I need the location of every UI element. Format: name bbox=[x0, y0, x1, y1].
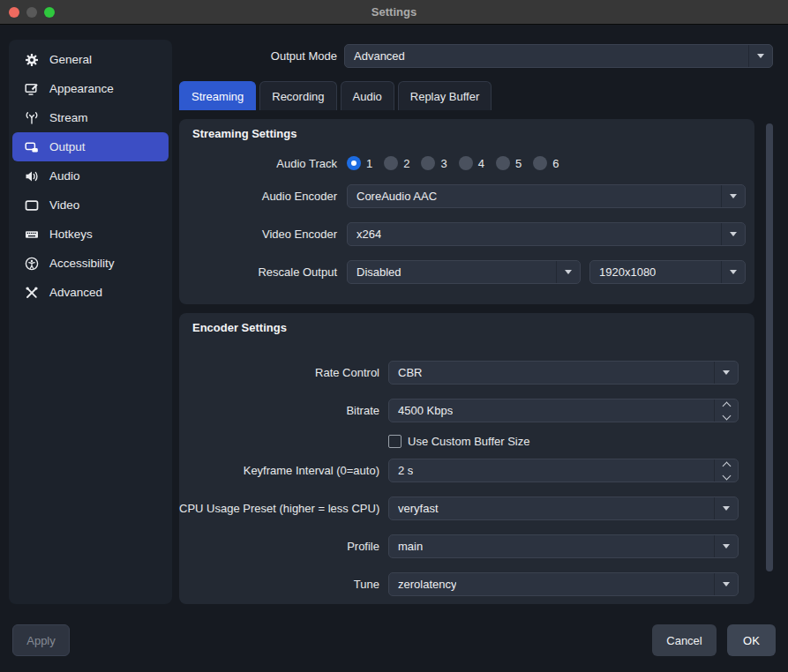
sidebar-item-general[interactable]: General bbox=[9, 45, 172, 74]
rescale-output-row: Rescale Output Disabled 1920x1080 bbox=[179, 260, 746, 284]
screen-share-icon bbox=[25, 140, 39, 154]
chevron-down-icon bbox=[714, 573, 738, 595]
zoom-button[interactable] bbox=[44, 7, 55, 18]
bitrate-row: Bitrate 4500 Kbps bbox=[179, 399, 739, 422]
tune-select[interactable]: zerolatency bbox=[388, 572, 739, 596]
combo-value: 1920x1080 bbox=[599, 265, 656, 279]
radio-icon bbox=[533, 156, 547, 170]
profile-row: Profile main bbox=[179, 534, 739, 558]
rate-control-select[interactable]: CBR bbox=[388, 361, 739, 385]
display-edit-icon bbox=[25, 82, 39, 96]
output-mode-row: Output Mode Advanced bbox=[179, 44, 773, 68]
output-mode-select[interactable]: Advanced bbox=[344, 44, 773, 68]
combo-value: CBR bbox=[398, 366, 422, 379]
sidebar-item-appearance[interactable]: Appearance bbox=[9, 74, 172, 103]
apply-button[interactable]: Apply bbox=[12, 624, 70, 656]
sidebar-item-output[interactable]: Output bbox=[12, 132, 169, 161]
radio-label: 6 bbox=[552, 157, 559, 170]
sidebar-item-label: Accessibility bbox=[49, 257, 115, 270]
combo-value: Advanced bbox=[354, 49, 405, 63]
sidebar-item-audio[interactable]: Audio bbox=[9, 161, 172, 190]
ok-button[interactable]: OK bbox=[727, 624, 776, 656]
audio-track-option-2[interactable]: 2 bbox=[384, 156, 409, 170]
rescale-resolution-select[interactable]: 1920x1080 bbox=[589, 260, 746, 284]
sidebar-item-label: General bbox=[49, 53, 92, 66]
radio-label: 4 bbox=[478, 157, 484, 170]
keyframe-interval-input[interactable]: 2 s bbox=[388, 459, 739, 482]
rescale-output-select[interactable]: Disabled bbox=[347, 260, 581, 284]
rate-control-row: Rate Control CBR bbox=[179, 361, 739, 385]
titlebar: Settings bbox=[0, 0, 788, 25]
bitrate-input[interactable]: 4500 Kbps bbox=[388, 399, 739, 422]
radio-icon bbox=[384, 156, 398, 170]
sidebar-item-video[interactable]: Video bbox=[9, 190, 172, 220]
cpu-preset-row: CPU Usage Preset (higher = less CPU) ver… bbox=[179, 497, 739, 520]
tab-audio[interactable]: Audio bbox=[341, 81, 394, 110]
keyframe-interval-label: Keyframe Interval (0=auto) bbox=[179, 464, 379, 477]
video-encoder-row: Video Encoder x264 bbox=[179, 222, 746, 246]
radio-label: 1 bbox=[366, 157, 372, 170]
audio-track-option-6[interactable]: 6 bbox=[533, 156, 559, 170]
sidebar-item-stream[interactable]: Stream bbox=[9, 103, 172, 132]
spinbox-value: 2 s bbox=[398, 464, 413, 477]
chevron-down-icon bbox=[721, 223, 745, 245]
traffic-lights bbox=[9, 0, 55, 24]
keyframe-interval-row: Keyframe Interval (0=auto) 2 s bbox=[179, 459, 739, 482]
streaming-settings-panel: Streaming Settings Audio Track 1 2 3 4 5… bbox=[179, 119, 754, 304]
sidebar-item-advanced[interactable]: Advanced bbox=[9, 278, 172, 307]
rate-control-label: Rate Control bbox=[179, 366, 379, 379]
chevron-down-icon bbox=[721, 185, 745, 207]
minimize-button bbox=[26, 7, 37, 18]
close-button[interactable] bbox=[9, 7, 19, 18]
video-encoder-select[interactable]: x264 bbox=[347, 222, 746, 246]
tab-replay-buffer[interactable]: Replay Buffer bbox=[398, 81, 492, 110]
combo-value: veryfast bbox=[398, 502, 439, 515]
sidebar-item-label: Advanced bbox=[49, 286, 102, 299]
chevron-down-icon bbox=[722, 411, 731, 420]
tab-recording[interactable]: Recording bbox=[259, 81, 336, 110]
cpu-preset-select[interactable]: veryfast bbox=[388, 497, 739, 520]
audio-track-row: Audio Track 1 2 3 4 5 6 bbox=[179, 151, 570, 175]
window-title: Settings bbox=[0, 5, 788, 19]
tools-icon bbox=[25, 286, 39, 300]
combo-value: zerolatency bbox=[398, 578, 456, 591]
combo-value: main bbox=[398, 540, 423, 553]
spinner-buttons[interactable] bbox=[714, 459, 738, 482]
audio-track-label: Audio Track bbox=[179, 157, 337, 170]
chevron-down-icon bbox=[722, 471, 731, 480]
sidebar-item-accessibility[interactable]: Accessibility bbox=[9, 249, 172, 278]
antenna-icon bbox=[25, 111, 39, 125]
rescale-output-label: Rescale Output bbox=[179, 265, 337, 279]
spinbox-value: 4500 Kbps bbox=[398, 404, 453, 417]
sidebar-item-label: Output bbox=[49, 140, 86, 153]
video-encoder-label: Video Encoder bbox=[179, 228, 337, 241]
profile-select[interactable]: main bbox=[388, 534, 739, 558]
gear-icon bbox=[25, 53, 39, 67]
sidebar-item-label: Video bbox=[49, 198, 79, 212]
checkbox-unchecked-icon[interactable] bbox=[388, 435, 402, 448]
bitrate-label: Bitrate bbox=[179, 404, 379, 417]
output-mode-label: Output Mode bbox=[179, 49, 337, 63]
audio-encoder-select[interactable]: CoreAudio AAC bbox=[347, 184, 746, 208]
chevron-down-icon bbox=[714, 362, 738, 384]
keyboard-icon bbox=[25, 228, 39, 242]
audio-track-option-1[interactable]: 1 bbox=[347, 156, 372, 170]
chevron-down-icon bbox=[748, 45, 772, 67]
audio-track-option-4[interactable]: 4 bbox=[459, 156, 484, 170]
chevron-down-icon bbox=[556, 261, 580, 283]
section-heading-encoder: Encoder Settings bbox=[192, 321, 287, 334]
audio-track-option-3[interactable]: 3 bbox=[421, 156, 447, 170]
custom-buffer-row: Use Custom Buffer Size bbox=[388, 432, 529, 450]
radio-label: 3 bbox=[440, 157, 447, 170]
spinner-buttons[interactable] bbox=[714, 399, 738, 422]
radio-label: 2 bbox=[403, 157, 409, 170]
sidebar-item-hotkeys[interactable]: Hotkeys bbox=[9, 220, 172, 249]
vertical-scrollbar[interactable] bbox=[766, 123, 773, 571]
radio-icon bbox=[459, 156, 473, 170]
audio-track-option-5[interactable]: 5 bbox=[496, 156, 522, 170]
custom-buffer-checkbox-row[interactable]: Use Custom Buffer Size bbox=[388, 435, 529, 448]
cancel-button[interactable]: Cancel bbox=[652, 624, 717, 656]
chevron-down-icon bbox=[714, 535, 738, 557]
tab-streaming[interactable]: Streaming bbox=[179, 81, 256, 110]
audio-track-radio-group: 1 2 3 4 5 6 bbox=[347, 156, 570, 170]
